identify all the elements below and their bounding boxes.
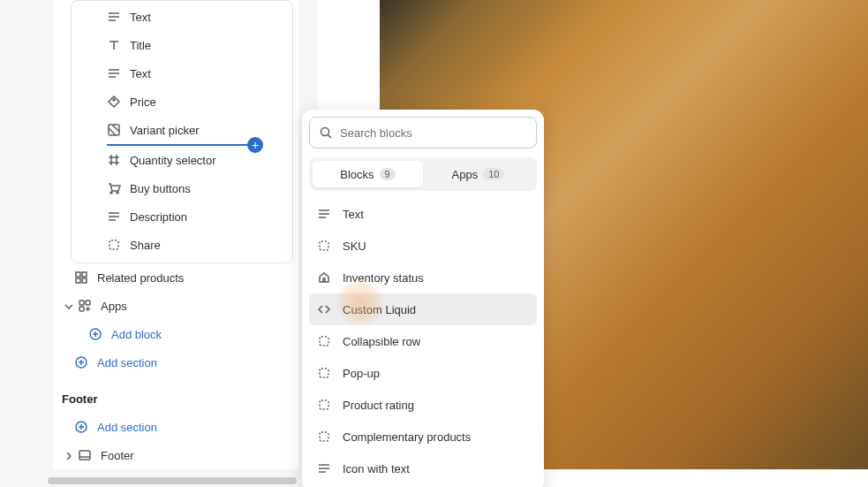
section-related-products[interactable]: Related products [53,263,298,292]
tab-apps[interactable]: Apps 10 [423,161,533,187]
option-inventory-status[interactable]: Inventory status [309,262,537,293]
text-icon [107,10,121,24]
insertion-indicator: + [107,144,255,146]
insert-plus-icon[interactable]: + [247,137,263,153]
block-title[interactable]: Title [72,31,292,59]
variant-icon [107,123,121,137]
add-block-button[interactable]: Add block [53,320,298,348]
option-label: Custom Liquid [343,303,416,316]
share-icon [107,238,121,252]
option-label: Product rating [343,399,414,412]
block-description[interactable]: Description [72,202,292,231]
text-icon [107,209,121,224]
footer-heading: Footer [53,377,298,413]
sections-sidebar: Text Title Text Price Variant picker + Q… [53,0,298,469]
tab-count: 10 [483,168,504,180]
block-price[interactable]: Price [72,88,292,116]
block-picker-popover: Blocks 9 Apps 10 Text SKU Inventory stat… [302,110,544,487]
text-icon [107,66,121,80]
add-section-label: Add section [97,356,157,369]
block-buy-buttons[interactable]: Buy buttons [72,174,292,202]
section-label: Apps [101,300,127,313]
block-text[interactable]: Text [72,3,292,31]
text-icon [316,206,332,222]
complementary-icon [316,429,332,445]
title-icon [107,38,121,52]
option-label: SKU [343,240,366,253]
search-icon [319,126,333,140]
add-section-footer-button[interactable]: Add section [53,413,298,441]
tab-label: Blocks [340,168,374,181]
horizontal-scrollbar[interactable] [48,477,297,484]
plus-circle-icon [74,420,88,434]
price-icon [107,95,121,109]
section-label: Footer [101,449,134,462]
hash-icon [107,153,121,167]
option-text[interactable]: Text [309,198,537,230]
apps-icon [78,299,92,313]
option-collapsible-row[interactable]: Collapsible row [309,325,537,357]
block-label: Title [130,39,151,52]
block-label: Text [130,67,151,80]
code-icon [316,301,332,317]
block-label: Price [130,95,156,109]
section-footer[interactable]: Footer [53,441,298,469]
grid-icon [74,270,88,285]
block-share[interactable]: Share [72,231,292,259]
rating-icon [316,397,332,413]
option-label: Text [343,208,364,221]
footer-icon [78,448,92,462]
collapsible-icon [316,333,332,349]
block-label: Text [130,11,151,24]
add-block-label: Add block [111,328,162,341]
block-label: Description [130,210,187,224]
sku-icon [316,238,332,254]
option-sku[interactable]: SKU [309,230,537,262]
block-tabs: Blocks 9 Apps 10 [309,157,537,191]
search-field[interactable] [309,117,537,148]
option-popup[interactable]: Pop-up [309,357,537,389]
block-label: Quantity selector [130,154,216,167]
option-label: Complementary products [343,430,471,444]
option-icon-with-text[interactable]: Icon with text [309,453,537,484]
block-label: Share [130,239,161,252]
plus-circle-icon [88,327,102,341]
tab-blocks[interactable]: Blocks 9 [313,161,423,187]
popup-icon [316,365,332,381]
inventory-icon [316,270,332,285]
plus-circle-icon [74,355,88,369]
option-label: Inventory status [343,271,424,285]
chevron-down-icon [62,300,74,312]
tab-label: Apps [452,168,479,181]
block-label: Variant picker [130,124,200,137]
option-product-rating[interactable]: Product rating [309,389,537,421]
add-section-label: Add section [97,421,157,434]
option-label: Pop-up [343,367,380,380]
tab-count: 9 [380,168,396,180]
product-info-group: Text Title Text Price Variant picker + Q… [71,0,293,263]
text-icon [316,460,332,476]
option-label: Collapsible row [343,335,420,348]
search-input[interactable] [340,126,527,140]
block-text-2[interactable]: Text [72,59,292,88]
option-label: Icon with text [343,462,410,476]
section-label: Related products [97,271,184,285]
add-section-button[interactable]: Add section [53,348,298,377]
chevron-right-icon [62,449,74,461]
cart-icon [107,181,121,195]
block-label: Buy buttons [130,182,191,195]
option-custom-liquid[interactable]: Custom Liquid [309,293,537,325]
section-apps[interactable]: Apps [53,292,298,320]
option-complementary-products[interactable]: Complementary products [309,421,537,453]
